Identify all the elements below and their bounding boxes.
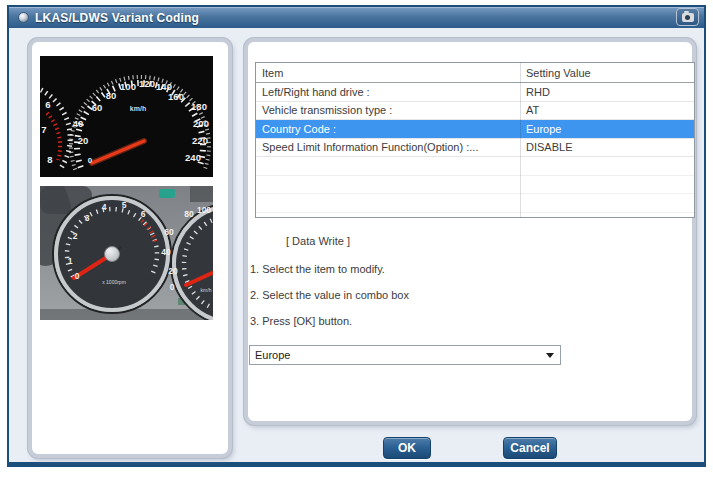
dialog-title: LKAS/LDWS Variant Coding bbox=[35, 11, 199, 25]
value-combo-box[interactable]: Europe bbox=[249, 345, 561, 365]
column-divider bbox=[520, 63, 521, 217]
table-header: Item Setting Value bbox=[256, 63, 694, 83]
tach-num: 6 bbox=[141, 209, 146, 219]
speedo-num: 200 bbox=[193, 118, 209, 129]
column-header-item: Item bbox=[256, 67, 520, 79]
tach-num: 7 bbox=[41, 124, 46, 135]
speedo-num: 0 bbox=[170, 282, 175, 292]
speedo-num: 220 bbox=[192, 135, 208, 146]
camera-icon bbox=[682, 13, 694, 22]
column-header-setting-value: Setting Value bbox=[520, 67, 694, 79]
table-row-empty bbox=[256, 176, 694, 195]
app-orb-icon bbox=[18, 12, 29, 23]
tach-num: 6 bbox=[45, 99, 50, 110]
table-row[interactable]: Vehicle transmission type :AT bbox=[256, 102, 694, 121]
table-row-selected[interactable]: Country Code :Europe bbox=[256, 120, 694, 139]
indicator-lamp bbox=[159, 189, 175, 198]
table-row-empty bbox=[256, 157, 694, 176]
chevron-down-icon bbox=[546, 353, 554, 358]
table-row-empty bbox=[256, 194, 694, 213]
speedo-num: 80 bbox=[184, 209, 194, 219]
table-row[interactable]: Speed Limit Information Function(Option)… bbox=[256, 139, 694, 158]
instruction-step: 1. Select the item to modify. bbox=[250, 263, 409, 275]
speedo-num: 20 bbox=[78, 135, 89, 146]
speedo-num: 180 bbox=[191, 101, 207, 112]
speedo-unit-label: km/h bbox=[130, 105, 146, 112]
tach-num: 2 bbox=[73, 231, 78, 241]
titlebar: LKAS/LDWS Variant Coding bbox=[9, 7, 704, 28]
ok-button[interactable]: OK bbox=[383, 437, 431, 459]
speedo-num: 80 bbox=[106, 90, 117, 101]
cancel-button[interactable]: Cancel bbox=[503, 437, 557, 459]
instruction-steps: 1. Select the item to modify.2. Select t… bbox=[250, 263, 409, 341]
speedo-num: 60 bbox=[92, 102, 103, 113]
speedo-unit-label: km/h bbox=[201, 287, 212, 293]
combo-selected-value: Europe bbox=[255, 349, 290, 361]
speedo-num: 160 bbox=[168, 91, 184, 102]
variant-settings-panel: Item Setting Value Left/Right hand drive… bbox=[244, 38, 696, 425]
instruction-step: 2. Select the value in combo box bbox=[250, 289, 409, 301]
variant-coding-dialog: LKAS/LDWS Variant Coding 0 bbox=[7, 5, 706, 467]
speedo-num: 40 bbox=[73, 118, 84, 129]
data-write-heading: [ Data Write ] bbox=[286, 235, 350, 247]
speedo-num: 0 bbox=[88, 156, 93, 165]
speedo-num: 120 bbox=[139, 78, 155, 89]
tach-num: 8 bbox=[47, 154, 52, 165]
tach-num: 5 bbox=[122, 200, 127, 210]
settings-table-rows: Left/Right hand drive :RHDVehicle transm… bbox=[256, 83, 694, 213]
gauge-image-panel: 0 20 40 60 80 100 120 140 160 180 200 22… bbox=[28, 38, 232, 458]
speedo-num: 100 bbox=[120, 81, 136, 92]
tach-num: 1 bbox=[68, 256, 73, 266]
speedo-num: 100 bbox=[197, 205, 211, 215]
tach-num: 0 bbox=[75, 271, 80, 281]
speedo-num: 20 bbox=[168, 266, 178, 276]
tach-num: 3 bbox=[85, 213, 90, 223]
gauge-cluster-photo: 0 1 2 3 4 5 6 x 1000rpm 0 20 40 60 80 10… bbox=[40, 186, 213, 320]
tach-num: 4 bbox=[102, 202, 107, 212]
instruction-step: 3. Press [OK] button. bbox=[250, 315, 409, 327]
tach-unit-label: x 1000rpm bbox=[102, 279, 126, 285]
table-row[interactable]: Left/Right hand drive :RHD bbox=[256, 83, 694, 102]
settings-table: Item Setting Value Left/Right hand drive… bbox=[255, 62, 695, 218]
speedometer-photo: 0 20 40 60 80 100 120 140 160 180 200 22… bbox=[40, 56, 213, 177]
speedo-num: 240 bbox=[185, 152, 201, 163]
speedo-num: 40 bbox=[161, 247, 171, 257]
camera-capture-button[interactable] bbox=[676, 8, 699, 26]
speedo-num: 60 bbox=[164, 227, 174, 237]
